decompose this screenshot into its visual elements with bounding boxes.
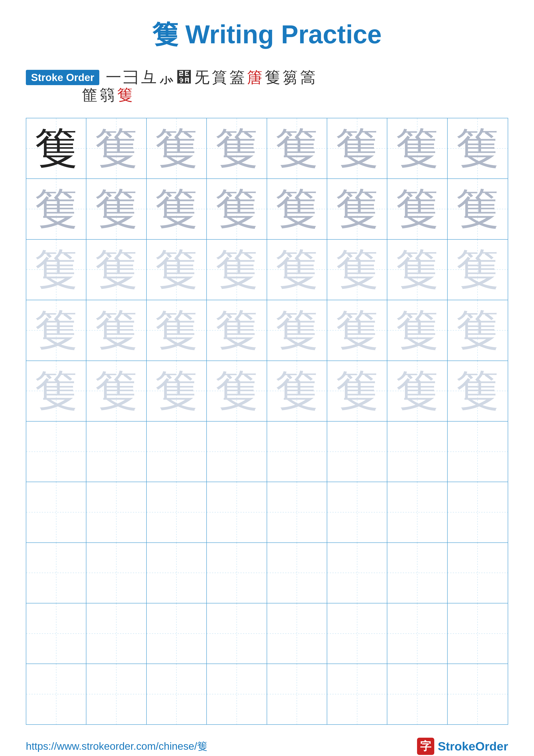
stroke-char-2: ⺕ (123, 69, 139, 85)
grid-cell-9-4[interactable] (267, 664, 327, 724)
grid-cell-0-1[interactable]: 篗 (87, 118, 146, 178)
grid-cell-6-6[interactable] (387, 482, 447, 542)
grid-cell-4-1[interactable]: 篗 (87, 361, 146, 421)
grid-cell-9-7[interactable] (447, 664, 508, 724)
grid-char-3-6: 篗 (396, 309, 439, 352)
grid-cell-2-0[interactable]: 篗 (26, 240, 87, 300)
grid-cell-7-6[interactable] (387, 543, 447, 603)
grid-cell-1-3[interactable]: 篗 (207, 179, 267, 239)
grid-cell-5-6[interactable] (387, 421, 447, 482)
grid-cell-4-3[interactable]: 篗 (207, 361, 267, 421)
grid-cell-6-2[interactable] (147, 482, 207, 542)
stroke-char-13: 篚 (82, 87, 97, 103)
grid-cell-7-2[interactable] (147, 543, 207, 603)
grid-cell-4-2[interactable]: 篗 (147, 361, 207, 421)
grid-cell-9-1[interactable] (87, 664, 146, 724)
grid-cell-3-7[interactable]: 篗 (447, 300, 508, 360)
grid-cell-7-4[interactable] (267, 543, 327, 603)
grid-cell-7-7[interactable] (447, 543, 508, 603)
grid-cell-0-7[interactable]: 篗 (447, 118, 508, 178)
grid-cell-2-5[interactable]: 篗 (327, 240, 387, 300)
grid-cell-6-1[interactable] (87, 482, 146, 542)
grid-char-2-1: 篗 (95, 248, 138, 291)
grid-cell-1-2[interactable]: 篗 (147, 179, 207, 239)
grid-cell-1-1[interactable]: 篗 (87, 179, 146, 239)
grid-cell-3-0[interactable]: 篗 (26, 300, 87, 360)
grid-cell-5-7[interactable] (447, 421, 508, 482)
grid-char-3-4: 篗 (275, 309, 318, 352)
grid-cell-0-0[interactable]: 篗 (26, 118, 87, 178)
grid-char-1-2: 篗 (155, 187, 198, 230)
grid-cell-7-5[interactable] (327, 543, 387, 603)
grid-cell-7-1[interactable] (87, 543, 146, 603)
grid-cell-5-2[interactable] (147, 421, 207, 482)
grid-cell-2-1[interactable]: 篗 (87, 240, 146, 300)
grid-cell-8-7[interactable] (447, 604, 508, 663)
grid-cell-2-3[interactable]: 篗 (207, 240, 267, 300)
grid-cell-0-3[interactable]: 篗 (207, 118, 267, 178)
grid-row-2: 篗篗篗篗篗篗篗篗 (26, 240, 508, 300)
grid-cell-8-0[interactable] (26, 604, 87, 663)
grid-cell-1-7[interactable]: 篗 (447, 179, 508, 239)
grid-cell-0-5[interactable]: 篗 (327, 118, 387, 178)
grid-cell-8-3[interactable] (207, 604, 267, 663)
grid-cell-2-4[interactable]: 篗 (267, 240, 327, 300)
grid-cell-3-2[interactable]: 篗 (147, 300, 207, 360)
grid-cell-1-6[interactable]: 篗 (387, 179, 447, 239)
grid-cell-4-4[interactable]: 篗 (267, 361, 327, 421)
grid-cell-6-0[interactable] (26, 482, 87, 542)
grid-cell-5-1[interactable] (87, 421, 146, 482)
stroke-order-row: Stroke Order ⼀ ⺕ ⺔ ⺗ ⺚ ⺛ 篔 篕 篖 篗 篘 篙 (26, 69, 508, 85)
grid-char-2-3: 篗 (215, 248, 258, 291)
grid-cell-5-0[interactable] (26, 421, 87, 482)
grid-cell-9-5[interactable] (327, 664, 387, 724)
grid-cell-1-0[interactable]: 篗 (26, 179, 87, 239)
grid-cell-3-1[interactable]: 篗 (87, 300, 146, 360)
grid-cell-1-5[interactable]: 篗 (327, 179, 387, 239)
grid-cell-8-6[interactable] (387, 604, 447, 663)
grid-cell-6-4[interactable] (267, 482, 327, 542)
grid-cell-8-2[interactable] (147, 604, 207, 663)
stroke-char-12: 篙 (300, 69, 316, 85)
grid-cell-7-0[interactable] (26, 543, 87, 603)
grid-cell-6-5[interactable] (327, 482, 387, 542)
grid-row-7 (26, 543, 508, 604)
grid-cell-9-2[interactable] (147, 664, 207, 724)
grid-cell-8-5[interactable] (327, 604, 387, 663)
grid-char-0-2: 篗 (155, 127, 198, 170)
grid-cell-0-2[interactable]: 篗 (147, 118, 207, 178)
stroke-char-10: 篗 (265, 69, 280, 85)
grid-cell-6-3[interactable] (207, 482, 267, 542)
grid-cell-6-7[interactable] (447, 482, 508, 542)
grid-cell-3-4[interactable]: 篗 (267, 300, 327, 360)
grid-cell-0-4[interactable]: 篗 (267, 118, 327, 178)
footer-brand-icon: 字 (417, 738, 434, 755)
grid-row-8 (26, 604, 508, 664)
grid-cell-3-5[interactable]: 篗 (327, 300, 387, 360)
grid-cell-2-7[interactable]: 篗 (447, 240, 508, 300)
grid-cell-4-7[interactable]: 篗 (447, 361, 508, 421)
grid-cell-4-5[interactable]: 篗 (327, 361, 387, 421)
grid-cell-5-3[interactable] (207, 421, 267, 482)
grid-cell-2-6[interactable]: 篗 (387, 240, 447, 300)
grid-cell-2-2[interactable]: 篗 (147, 240, 207, 300)
grid-cell-3-3[interactable]: 篗 (207, 300, 267, 360)
grid-cell-5-5[interactable] (327, 421, 387, 482)
grid-cell-9-0[interactable] (26, 664, 87, 724)
grid-cell-0-6[interactable]: 篗 (387, 118, 447, 178)
grid-cell-1-4[interactable]: 篗 (267, 179, 327, 239)
grid-cell-9-3[interactable] (207, 664, 267, 724)
grid-cell-9-6[interactable] (387, 664, 447, 724)
grid-char-0-1: 篗 (95, 127, 138, 170)
grid-row-5 (26, 421, 508, 482)
grid-cell-8-1[interactable] (87, 604, 146, 663)
grid-char-1-4: 篗 (275, 187, 318, 230)
grid-cell-4-0[interactable]: 篗 (26, 361, 87, 421)
grid-cell-8-4[interactable] (267, 604, 327, 663)
footer-url[interactable]: https://www.strokeorder.com/chinese/篗 (26, 740, 207, 753)
grid-cell-5-4[interactable] (267, 421, 327, 482)
grid-cell-3-6[interactable]: 篗 (387, 300, 447, 360)
grid-cell-7-3[interactable] (207, 543, 267, 603)
grid-cell-4-6[interactable]: 篗 (387, 361, 447, 421)
stroke-char-5: ⺚ (176, 69, 192, 85)
